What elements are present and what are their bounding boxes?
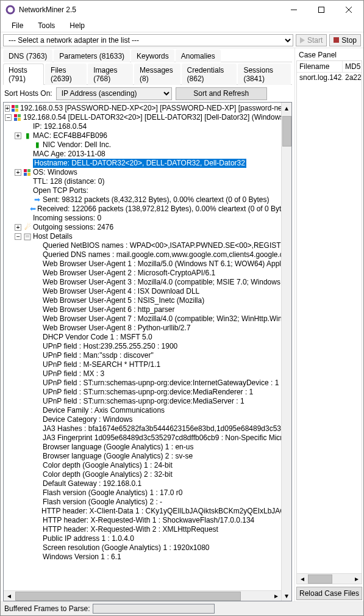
menu-tools[interactable]: Tools: [32, 20, 61, 31]
detail-line[interactable]: Web Browser User-Agent 1 : Mozilla/5.0 (…: [4, 259, 291, 269]
node-icon: [13, 114, 22, 121]
expander-icon[interactable]: +: [15, 224, 21, 231]
tab-dns[interactable]: DNS (7363): [3, 49, 52, 62]
detail-line[interactable]: Public IP address 1 : 1.0.4.0: [4, 534, 291, 543]
detail-line[interactable]: HTTP header: X-Requested-With 1 : Shockw…: [4, 516, 291, 525]
expander-icon: [24, 187, 31, 194]
detail-line[interactable]: Web Browser User-Agent 8 : Python-urllib…: [4, 324, 291, 333]
host-details[interactable]: −Host Details: [4, 232, 291, 241]
tree-item[interactable]: IP: 192.168.0.54: [4, 122, 291, 131]
detail-line[interactable]: Flash version (Google Analytics) 2 : -: [4, 498, 291, 507]
hostname-node[interactable]: Hostname: DELL-DATOR32<20>, DELL-DATOR32…: [4, 159, 291, 168]
detail-line[interactable]: Web Browser User-Agent 2 : Microsoft-Cry…: [4, 269, 291, 278]
detail-line[interactable]: Windows Version 1 : 6.1: [4, 553, 291, 562]
tab-sessions[interactable]: Sessions (3841): [238, 63, 291, 85]
detail-line[interactable]: Queried NetBIOS names : WPAD<00>,ISATAP.…: [4, 241, 291, 250]
sort-select[interactable]: IP Address (ascending): [56, 87, 172, 100]
tree-item[interactable]: MAC Age: 2013-11-08: [4, 150, 291, 159]
reload-case-files-button[interactable]: Reload Case Files: [296, 587, 362, 600]
tree-item[interactable]: ▮NIC Vendor: Dell Inc.: [4, 140, 291, 150]
tree-item[interactable]: TTL: 128 (distance: 0): [4, 177, 291, 186]
scroll-thumb-h[interactable]: [15, 592, 241, 601]
detail-line[interactable]: UPnP field : Man:"ssdp : discover": [4, 351, 291, 360]
tab-keywords[interactable]: Keywords: [131, 49, 174, 62]
svg-rect-16: [27, 173, 30, 176]
adapter-select[interactable]: --- Select a network adapter in the list…: [3, 34, 293, 46]
detail-line[interactable]: Web Browser User-Agent 5 : NSIS_Inetc (M…: [4, 296, 291, 305]
detail-line[interactable]: DHCP Vendor Code 1 : MSFT 5.0: [4, 333, 291, 342]
detail-line[interactable]: Device Family : Axis Communications: [4, 406, 291, 415]
tab-parameters[interactable]: Parameters (81633): [54, 49, 130, 62]
svg-rect-14: [27, 169, 30, 172]
tab-messages[interactable]: Messages (8): [134, 63, 180, 85]
tab-anomalies[interactable]: Anomalies: [176, 49, 221, 62]
maximize-button[interactable]: [307, 1, 335, 19]
tree-item[interactable]: +OS: Windows: [4, 168, 291, 177]
scroll-up-icon[interactable]: ▴: [282, 103, 291, 113]
detail-line[interactable]: UPnP field : MX : 3: [4, 369, 291, 379]
detail-line[interactable]: UPnP field : ST:urn:schemas-upnp-org:dev…: [4, 379, 291, 388]
tree-item[interactable]: Incoming sessions: 0: [4, 214, 291, 223]
detail-line[interactable]: JA3 Fingerprint 1d095e68489d3c535297cd8d…: [4, 433, 291, 443]
detail-line[interactable]: UPnP field : ST:urn:schemas-upnp-org:dev…: [4, 388, 291, 397]
tab-files[interactable]: Files (2639): [45, 63, 87, 85]
menu-help[interactable]: Help: [63, 20, 91, 31]
detail-line[interactable]: UPnP field : Host:239.255.255.250 : 1900: [4, 342, 291, 351]
sort-refresh-button[interactable]: Sort and Refresh: [176, 87, 267, 100]
detail-line[interactable]: JA3 Hashes : bfa1674e65282fa3b5444623156…: [4, 424, 291, 433]
tree-item[interactable]: +☄Outgoing sessions: 2476: [4, 223, 291, 232]
detail-line[interactable]: Flash version (Google Analytics) 1 : 17.…: [4, 488, 291, 498]
detail-line[interactable]: HTTP header: X-Requested-With 2 : XMLHtt…: [4, 525, 291, 534]
expander-icon[interactable]: +: [5, 105, 10, 112]
scroll-down-icon[interactable]: ▾: [282, 590, 291, 601]
detail-line[interactable]: Web Browser User-Agent 7 : Mozilla/4.0 (…: [4, 314, 291, 324]
minimize-button[interactable]: [280, 1, 307, 19]
table-row[interactable]: snort.log.142... 2a22: [297, 73, 362, 82]
host-node[interactable]: −192.168.0.54 [DELL-DATOR32<20>] [DELL-D…: [4, 113, 291, 122]
expander-icon: [34, 252, 41, 258]
node-icon: ▮: [33, 140, 41, 150]
detail-line[interactable]: Web Browser User-Agent 4 : ISX Download …: [4, 287, 291, 296]
start-button[interactable]: Start: [296, 34, 327, 46]
status-value-box: [93, 604, 215, 614]
column-md5[interactable]: MD5: [343, 61, 362, 72]
detail-line[interactable]: UPnP field : M-SEARCH * HTTP/1.1: [4, 360, 291, 369]
column-filename[interactable]: Filename: [297, 61, 343, 72]
tree-item[interactable]: +▮MAC: ECF4BB4FB096: [4, 131, 291, 140]
scroll-left-icon[interactable]: ◂: [4, 591, 14, 601]
svg-rect-10: [18, 114, 21, 117]
menu-file[interactable]: File: [5, 20, 29, 31]
detail-line[interactable]: Default Gateway : 192.168.0.1: [4, 479, 291, 488]
case-file-table[interactable]: Filename MD5 snort.log.142... 2a22 ◂ ▸: [296, 60, 362, 584]
vertical-scrollbar[interactable]: ▴ ▾: [281, 103, 291, 601]
host-tree[interactable]: +192.168.0.53 [PASSWORD-NED-XP<20>] [PAS…: [3, 102, 292, 601]
detail-line[interactable]: Queried DNS names : mail.google.com,www.…: [4, 250, 291, 259]
tab-credentials[interactable]: Credentials (862): [182, 63, 237, 85]
scroll-right-icon[interactable]: ▸: [271, 591, 281, 601]
expander-icon[interactable]: +: [15, 169, 21, 176]
detail-line[interactable]: Web Browser User-Agent 3 : Mozilla/4.0 (…: [4, 278, 291, 287]
tab-images[interactable]: Images (768): [88, 63, 133, 85]
tab-hosts[interactable]: Hosts (791): [3, 63, 44, 85]
tree-item[interactable]: Open TCP Ports:: [4, 186, 291, 195]
detail-line[interactable]: Browser language (Google Analytics) 2 : …: [4, 452, 291, 461]
detail-line[interactable]: HTTP header: X-Client-Data 1 : CKy1yQEIl…: [4, 507, 291, 516]
horizontal-scrollbar[interactable]: ◂ ▸: [4, 590, 281, 601]
expander-icon[interactable]: +: [15, 132, 21, 139]
detail-line[interactable]: Color depth (Google Analytics) 2 : 32-bi…: [4, 470, 291, 479]
tree-item[interactable]: ➡Sent: 98312 packets (8,432,312 Bytes), …: [4, 195, 291, 205]
detail-line[interactable]: Color depth (Google Analytics) 1 : 24-bi…: [4, 461, 291, 470]
expander-icon[interactable]: −: [5, 114, 12, 121]
detail-line[interactable]: Screen resolution (Google Analytics) 1 :…: [4, 543, 291, 553]
detail-line[interactable]: Device Category : Windows: [4, 415, 291, 424]
host-node[interactable]: +192.168.0.53 [PASSWORD-NED-XP<20>] [PAS…: [4, 104, 291, 113]
tree-item[interactable]: ⬅Received: 122066 packets (138,972,812 B…: [4, 205, 291, 214]
detail-line[interactable]: Web Browser User-Agent 6 : http_parser: [4, 305, 291, 314]
detail-line[interactable]: UPnP field : ST:urn:schemas-upnp-org:dev…: [4, 397, 291, 406]
close-button[interactable]: [335, 1, 362, 19]
detail-line[interactable]: Browser language (Google Analytics) 1 : …: [4, 443, 291, 452]
expander-icon[interactable]: −: [15, 233, 21, 240]
case-horizontal-scrollbar[interactable]: ◂ ▸: [297, 573, 362, 584]
scroll-thumb[interactable]: [282, 116, 291, 147]
stop-button[interactable]: Stop: [329, 34, 361, 46]
